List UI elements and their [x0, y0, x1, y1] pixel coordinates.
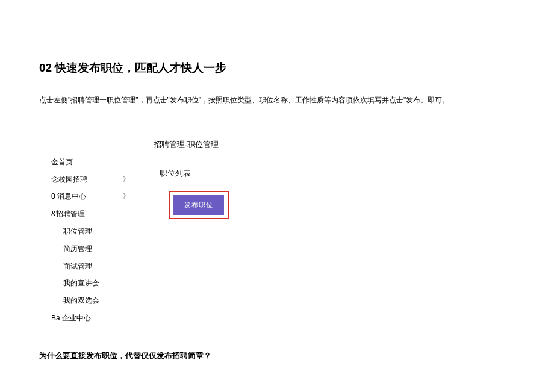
sidebar-item-message[interactable]: 0 消息中心 》: [51, 188, 135, 205]
publish-position-button[interactable]: 发布职位: [173, 195, 224, 215]
main-panel: 招聘管理-职位管理 职位列表 发布职位: [135, 139, 515, 327]
sidebar-item-label: 简历管理: [63, 244, 92, 253]
sidebar: 金首页 念校园招聘 》 0 消息中心 》 &招聘管理 职位管理 简历管理 面试管…: [51, 139, 135, 327]
sidebar-item-label: 我的宣讲会: [63, 279, 99, 287]
sidebar-item-label: 我的双选会: [63, 296, 99, 305]
heading-number: 02: [39, 61, 52, 74]
sidebar-item-label: 0 消息中心: [51, 192, 86, 201]
sidebar-item-my-presentation[interactable]: 我的宣讲会: [51, 275, 135, 292]
sidebar-item-company-center[interactable]: Ba 企业中心: [51, 310, 135, 327]
sidebar-item-position-mgmt[interactable]: 职位管理: [51, 223, 135, 240]
sidebar-item-label: 面试管理: [63, 262, 92, 270]
instruction-text: 点击左侧"招聘管理一职位管理"，再点击"发布职位"，按照职位类型、职位名称、工作…: [39, 95, 515, 106]
highlight-box: 发布职位: [169, 191, 229, 219]
sidebar-item-label: Ba 企业中心: [51, 314, 91, 322]
sidebar-item-resume-mgmt[interactable]: 简历管理: [51, 240, 135, 258]
sidebar-item-interview-mgmt[interactable]: 面试管理: [51, 258, 135, 275]
ui-mock-container: 金首页 念校园招聘 》 0 消息中心 》 &招聘管理 职位管理 简历管理 面试管…: [51, 139, 515, 327]
heading-text: 快速发布职位，匹配人才快人一步: [55, 61, 226, 74]
chevron-right-icon: 》: [123, 191, 129, 201]
section-heading: 02 快速发布职位，匹配人才快人一步: [39, 60, 515, 76]
sidebar-item-home[interactable]: 金首页: [51, 154, 135, 171]
sidebar-item-recruit[interactable]: &招聘管理: [51, 205, 135, 223]
sidebar-item-my-doubleselect[interactable]: 我的双选会: [51, 292, 135, 310]
position-list-title: 职位列表: [154, 168, 515, 191]
question-text: 为什么要直接发布职位，代替仅仅发布招聘简章？: [39, 350, 515, 362]
chevron-right-icon: 》: [123, 175, 129, 184]
breadcrumb: 招聘管理-职位管理: [154, 139, 515, 168]
sidebar-item-label: &招聘管理: [51, 210, 85, 218]
sidebar-item-label: 念校园招聘: [51, 175, 87, 184]
sidebar-item-label: 职位管理: [63, 227, 92, 235]
sidebar-item-label: 金首页: [51, 158, 73, 166]
sidebar-item-campus[interactable]: 念校园招聘 》: [51, 171, 135, 188]
